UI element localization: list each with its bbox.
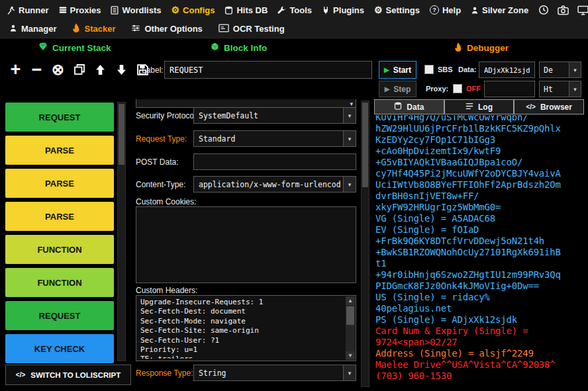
chevron-down-icon: ▾: [569, 62, 581, 77]
top-navbar: Runner Proxies Wordlists ⚙ Configs Hits …: [0, 0, 588, 20]
stack-block[interactable]: FUNCTION: [5, 235, 114, 264]
debugger-tabs: Data Log </> Browser: [374, 99, 584, 114]
dropdown-value: Standard: [194, 134, 343, 144]
gem-icon: [38, 42, 48, 53]
step-button[interactable]: ▶ Step: [379, 81, 416, 97]
nav-label: Plugins: [333, 5, 364, 15]
chevron-down-icon: ▾: [343, 108, 356, 123]
tab-browser[interactable]: </> Browser: [514, 99, 584, 114]
data-type-dropdown[interactable]: De ▾: [539, 62, 581, 78]
chevron-down-icon: ▾: [343, 365, 356, 380]
subnav-ocr-testing[interactable]: OCR Testing: [219, 24, 285, 34]
block-info-scrollbar[interactable]: [361, 101, 369, 387]
stack-block[interactable]: KEY CHECK: [5, 334, 114, 363]
request-type-dropdown[interactable]: Standard ▾: [193, 130, 356, 147]
current-stack-header: Current Stack: [38, 42, 111, 53]
debugger-line: KzEDYy2cy7FOp1C71bIGg3: [375, 134, 584, 146]
flame-icon: [454, 42, 462, 54]
plug-icon: [322, 6, 330, 15]
nav-proxies[interactable]: Proxies: [59, 5, 101, 15]
section-title: Block Info: [224, 43, 267, 53]
block-info-header: Block Info: [211, 42, 267, 53]
history-icon[interactable]: [538, 5, 549, 15]
subnav-stacker[interactable]: Stacker: [72, 23, 115, 34]
post-data-input[interactable]: [193, 153, 356, 170]
debugger-line: t1: [375, 258, 584, 269]
stack-block[interactable]: FUNCTION: [5, 268, 114, 297]
block-label-input[interactable]: [164, 61, 372, 79]
add-block-button[interactable]: +: [7, 60, 24, 79]
scrollbar-thumb[interactable]: [346, 306, 354, 325]
switch-label: SWITCH TO LOLISCRIPT: [30, 371, 121, 379]
headers-scrollbar[interactable]: ▲ ▼: [346, 296, 355, 360]
nav-label: Configs: [183, 5, 215, 15]
proxy-input[interactable]: [484, 81, 535, 97]
sbs-checkbox[interactable]: [424, 65, 434, 74]
stack-scrollbar[interactable]: [117, 102, 126, 361]
scroll-up-arrow[interactable]: ▲: [346, 296, 355, 305]
camera-icon[interactable]: [558, 5, 569, 15]
proxy-checkbox[interactable]: [453, 84, 462, 93]
debugger-line: EV (Single) = fOIaD: [375, 224, 584, 236]
scrollbar-thumb[interactable]: [362, 103, 368, 187]
nav-configs[interactable]: ⚙ Configs: [171, 5, 215, 15]
nav-label: Runner: [19, 5, 49, 15]
monitor-icon[interactable]: [577, 5, 588, 15]
proxy-type-dropdown[interactable]: Ht ▾: [539, 81, 581, 97]
tab-label: Data: [407, 103, 424, 112]
nav-hits-db[interactable]: Hits DB: [224, 5, 268, 15]
stack-block[interactable]: REQUEST: [5, 301, 114, 330]
response-type-dropdown[interactable]: String ▾: [193, 365, 356, 381]
subnav-other-options[interactable]: Other Options: [131, 24, 202, 34]
security-protocol-dropdown[interactable]: SystemDefault ▾: [193, 107, 356, 124]
nav-label: Settings: [386, 5, 420, 15]
stack-block[interactable]: PARSE: [5, 169, 114, 198]
scroll-down-arrow[interactable]: ▼: [346, 351, 355, 360]
scrollbar-thumb[interactable]: [119, 104, 124, 165]
debugger-line: PS (Single) = ADjxXk12sjdk: [375, 314, 584, 326]
subnav-manager[interactable]: Manager: [9, 24, 56, 34]
content-type-dropdown[interactable]: application/x-www-form-urlencod ▾: [193, 176, 356, 193]
clear-stack-button[interactable]: ⊗: [49, 60, 67, 79]
nav-settings[interactable]: ⚙ Settings: [374, 5, 420, 15]
section-header-row: Current Stack Block Info Debugger: [0, 38, 588, 58]
debugger-line: UciIWtVb8O8BYeFTFIOhFf2AprBdszh2Om: [375, 179, 584, 191]
custom-cookies-text: [140, 209, 344, 281]
label-caption: Label:: [142, 65, 164, 75]
gear-icon: ⚙: [374, 5, 383, 15]
topbar-icon-group: [538, 3, 588, 17]
nav-wordlists[interactable]: Wordlists: [111, 5, 161, 15]
tab-log[interactable]: Log: [444, 99, 514, 114]
custom-cookies-textarea[interactable]: [136, 206, 356, 283]
custom-headers-text: Upgrade-Insecure-Requests: 1 Sec-Fetch-D…: [140, 298, 344, 359]
move-down-button[interactable]: [113, 60, 130, 79]
nav-tools[interactable]: Tools: [277, 5, 312, 15]
stack-block[interactable]: PARSE: [5, 202, 114, 231]
nav-label: Help: [442, 5, 461, 15]
clone-block-button[interactable]: [70, 60, 88, 79]
database-icon: [224, 6, 233, 15]
nav-help[interactable]: ? Help: [430, 5, 461, 15]
debugger-line: xkyFW92HRUgrIgz5WbMmG0=: [375, 202, 584, 213]
switch-to-loliscript-button[interactable]: </> SWITCH TO LOLISCRIPT: [5, 365, 131, 385]
sliders-icon: [131, 24, 140, 34]
arrow-down-icon: [117, 64, 126, 75]
nav-silver-zone[interactable]: Silver Zone: [471, 5, 528, 15]
block-info-panel: ▾ Security Protocol: SystemDefault ▾ Req…: [134, 99, 360, 391]
tab-data[interactable]: Data: [374, 99, 444, 114]
nav-plugins[interactable]: Plugins: [322, 5, 364, 15]
debug-data-input[interactable]: [479, 62, 535, 78]
security-protocol-label: Security Protocol:: [136, 111, 198, 120]
custom-headers-textarea[interactable]: Upgrade-Insecure-Requests: 1 Sec-Fetch-D…: [136, 295, 356, 361]
wordlists-icon: [111, 6, 119, 15]
sub-navbar: Manager Stacker Other Options OCR Testin…: [0, 20, 588, 38]
nav-runner[interactable]: Runner: [7, 5, 49, 15]
stack-toolbar: + − ⊗ Label: ▶ Start SBS Data: De ▾ ▶ St…: [0, 58, 588, 99]
step-label: Step: [393, 85, 411, 94]
manager-icon: [9, 24, 17, 34]
stack-block[interactable]: REQUEST: [5, 103, 114, 132]
remove-block-button[interactable]: −: [28, 60, 46, 79]
stack-block[interactable]: PARSE: [5, 136, 114, 165]
move-up-button[interactable]: [91, 60, 109, 79]
start-button[interactable]: ▶ Start: [379, 61, 416, 79]
